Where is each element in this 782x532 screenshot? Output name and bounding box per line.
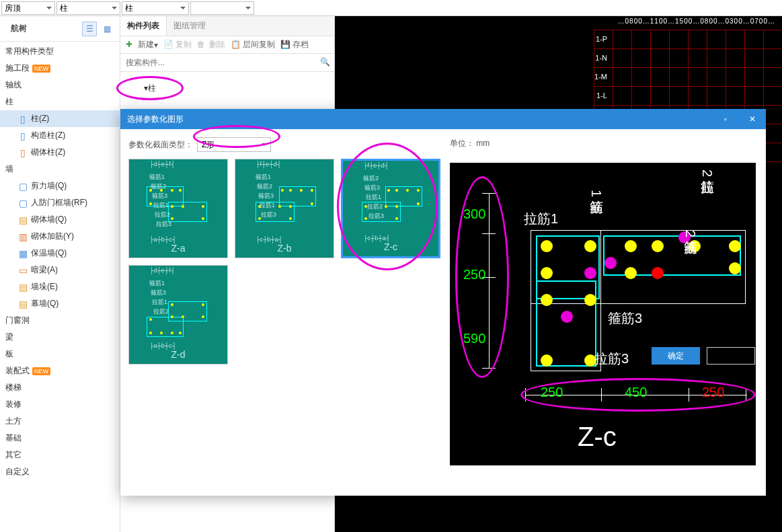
dialog-minimize-icon[interactable]: ▫	[712, 109, 739, 129]
tree-item[interactable]: 板	[0, 346, 120, 363]
tree-item[interactable]: 装修	[0, 396, 120, 413]
tree-child-item[interactable]: ▭暗梁(A)	[0, 262, 120, 278]
tab-component-list[interactable]: 构件列表	[120, 16, 167, 36]
tree-item[interactable]: 自定义	[0, 463, 120, 480]
shape-thumb-Z-a[interactable]: 箍筋1箍筋2箍筋3拉筋1拉筋2拉筋3 ├d┼e┼f┤ ├a┼b┼c┤ Z-a	[128, 159, 228, 258]
tab-drawing-mgmt[interactable]: 图纸管理	[167, 16, 212, 36]
tree-item[interactable]: 梁	[0, 329, 120, 346]
top-filter-bar: 房顶 柱 柱	[0, 0, 782, 16]
tree-item[interactable]: 轴线	[0, 77, 120, 93]
axis-label: 1-M	[594, 73, 607, 81]
tree-child-item[interactable]: ▤墙垛(E)	[0, 278, 120, 295]
tree-child-item[interactable]: ▢人防门框墙(RF)	[0, 194, 120, 211]
cad-top-dims: …0800…1100…1500…0800…0300…0700…	[618, 17, 775, 25]
tree-item[interactable]: 门窗洞	[0, 312, 120, 329]
new-button[interactable]: ✚新建 ▾	[126, 39, 158, 50]
pv-label-lajin1: 拉筋1	[524, 210, 558, 228]
tree-item[interactable]: 装配式NEW	[0, 363, 120, 379]
shape-thumb-Z-d[interactable]: 箍筋1箍筋3拉筋1拉筋2 ├d┼e┼f┤ ├a┼b┼c┤ Z-d	[128, 265, 228, 365]
copy-button[interactable]: 📄复制	[163, 39, 192, 50]
tree-view-list-icon[interactable]: ☰	[82, 22, 97, 36]
nav-tree-panel: 航树 ☰ ▦ 常用构件类型施工段NEW轴线柱▯柱(Z)▯构造柱(Z)▯砌体柱(Z…	[0, 16, 120, 532]
unit-value: mm	[476, 139, 490, 148]
tree-item[interactable]: 土方	[0, 413, 120, 430]
tree-item[interactable]: 楼梯	[0, 379, 120, 396]
tree-child-item[interactable]: ▤幕墙(Q)	[0, 295, 120, 312]
top-select-3[interactable]: 柱	[122, 1, 189, 15]
pv-label-gujin1: 箍筋1	[588, 190, 606, 197]
tree-child-item[interactable]: ▥砌体加筋(Y)	[0, 228, 120, 245]
tree-child-item[interactable]: ▯柱(Z)	[0, 110, 120, 127]
dialog-close-icon[interactable]: ✕	[739, 109, 766, 129]
pv-label-gujin3: 箍筋3	[608, 309, 642, 328]
pv-label-lajin2: 拉筋2	[699, 169, 717, 177]
layer-copy-button[interactable]: 📋层间复制	[231, 39, 275, 50]
section-type-label: 参数化截面类型：	[128, 139, 193, 151]
nav-tree-list: 常用构件类型施工段NEW轴线柱▯柱(Z)▯构造柱(Z)▯砌体柱(Z)墙▢剪力墙(…	[0, 42, 120, 482]
tree-item[interactable]: 其它	[0, 447, 120, 463]
tree-view-card-icon[interactable]: ▦	[100, 22, 114, 36]
pv-label-gujin2: 箍筋2	[682, 230, 700, 237]
tree-item[interactable]: 墙	[0, 161, 120, 178]
save-button[interactable]: 💾存档	[280, 39, 309, 50]
tree-child-item[interactable]: ▯构造柱(Z)	[0, 127, 120, 144]
section-preview: 300 250 590 250 450 250 拉筋1 箍筋1 拉筋2 箍筋2 …	[450, 163, 756, 465]
pv-shape-name: Z-c	[578, 422, 617, 452]
tree-item[interactable]: 基础	[0, 430, 120, 447]
delete-button[interactable]: 🗑删除	[197, 39, 225, 50]
tree-child-item[interactable]: ▢剪力墙(Q)	[0, 178, 120, 194]
tree-child-item[interactable]: ▦保温墙(Q)	[0, 245, 120, 262]
pv-label-lajin3: 拉筋3	[594, 350, 629, 368]
tree-item[interactable]: 施工段NEW	[0, 60, 120, 77]
ok-button[interactable]: 确定	[652, 347, 700, 365]
tree-child-item[interactable]: ▤砌体墙(Q)	[0, 211, 120, 228]
nav-tree-title: 航树	[5, 19, 32, 38]
dialog-title: 选择参数化图形	[127, 114, 184, 125]
top-select-2[interactable]: 柱	[56, 1, 120, 15]
list-root-item[interactable]: ▾ 柱	[116, 76, 184, 100]
search-icon[interactable]: 🔍	[320, 57, 330, 67]
search-input[interactable]	[120, 54, 334, 71]
axis-label: 1-P	[596, 35, 607, 43]
shape-thumb-Z-b[interactable]: 箍筋1箍筋2箍筋3拉筋1拉筋3 ├f┼e┼d┤ ├c┼b┼a┤ Z-b	[235, 159, 334, 258]
cancel-button[interactable]: 取消	[707, 347, 755, 365]
tree-child-item[interactable]: ▯砌体柱(Z)	[0, 144, 120, 161]
tree-item[interactable]: 常用构件类型	[0, 43, 120, 60]
axis-label: 1-N	[595, 54, 607, 62]
section-shape-dialog: 选择参数化图形 ▫ ✕ 参数化截面类型： Z形 单位： mm 箍筋1箍筋2箍筋3…	[120, 109, 766, 496]
top-select-4[interactable]	[190, 1, 254, 15]
top-select-1[interactable]: 房顶	[1, 1, 55, 15]
unit-label: 单位：	[450, 139, 474, 148]
tree-item[interactable]: 柱	[0, 93, 120, 110]
axis-label: 1-L	[596, 91, 607, 100]
